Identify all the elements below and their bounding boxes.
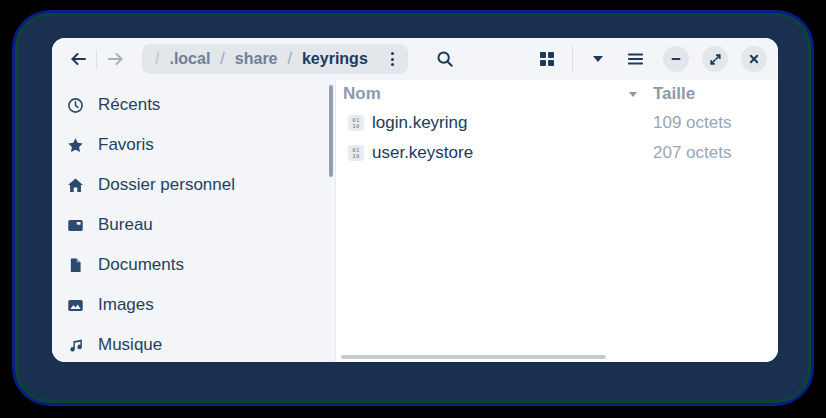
sidebar-item-recents[interactable]: Récents xyxy=(52,85,335,125)
sidebar-item-desktop[interactable]: Bureau xyxy=(52,205,335,245)
sort-caret-icon xyxy=(629,92,637,97)
kebab-vertical-icon xyxy=(391,52,394,55)
breadcrumb-segment-share[interactable]: share xyxy=(235,50,278,68)
sidebar-item-music[interactable]: Musique xyxy=(52,325,335,362)
home-icon xyxy=(65,177,85,194)
binary-file-icon: 01 10 xyxy=(348,145,364,161)
music-note-icon xyxy=(65,337,85,354)
close-icon xyxy=(748,53,760,65)
file-size: 207 octets xyxy=(653,143,778,163)
expand-diagonal-icon xyxy=(709,53,722,66)
file-list-pane: Nom Taille 01 10 login.keyring 109 octet… xyxy=(335,80,778,362)
sidebar-item-favorites[interactable]: Favoris xyxy=(52,125,335,165)
sidebar-item-home[interactable]: Dossier personnel xyxy=(52,165,335,205)
path-options-button[interactable] xyxy=(382,46,404,72)
breadcrumb-segment-local[interactable]: .local xyxy=(169,50,210,68)
file-name: user.keystore xyxy=(372,143,653,163)
star-icon xyxy=(65,137,85,154)
hamburger-icon xyxy=(627,52,644,66)
image-icon xyxy=(65,297,85,314)
minimize-button[interactable] xyxy=(663,46,689,72)
document-icon xyxy=(65,257,85,274)
close-button[interactable] xyxy=(741,46,767,72)
main-menu-button[interactable] xyxy=(620,44,650,74)
forward-button[interactable] xyxy=(100,44,130,74)
file-manager-window: / .local / share / keyrings xyxy=(52,38,778,362)
titlebar: / .local / share / keyrings xyxy=(52,38,778,80)
view-separator xyxy=(572,46,573,72)
search-icon xyxy=(436,50,454,68)
sidebar: Récents Favoris Dossier personnel xyxy=(52,80,335,362)
column-header-name[interactable]: Nom xyxy=(343,84,653,104)
breadcrumb-separator: / xyxy=(220,50,224,68)
breadcrumb-separator: / xyxy=(288,50,292,68)
caret-down-icon xyxy=(593,56,603,62)
sidebar-item-label: Favoris xyxy=(98,135,154,155)
file-row-login-keyring[interactable]: 01 10 login.keyring 109 octets xyxy=(336,108,778,138)
arrow-right-icon xyxy=(106,51,125,67)
sidebar-item-label: Documents xyxy=(98,255,184,275)
sidebar-item-label: Images xyxy=(98,295,154,315)
maximize-button[interactable] xyxy=(702,46,728,72)
column-header-size[interactable]: Taille xyxy=(653,84,778,104)
minimize-icon xyxy=(670,53,682,65)
sidebar-item-label: Bureau xyxy=(98,215,153,235)
toolbar-right-cluster xyxy=(532,44,767,74)
sidebar-item-documents[interactable]: Documents xyxy=(52,245,335,285)
view-options-button[interactable] xyxy=(583,44,613,74)
breadcrumb: / .local / share / keyrings xyxy=(142,44,408,74)
sidebar-item-label: Musique xyxy=(98,335,162,355)
list-header: Nom Taille xyxy=(336,80,778,108)
back-button[interactable] xyxy=(63,44,93,74)
column-name-label: Nom xyxy=(343,84,381,104)
file-size: 109 octets xyxy=(653,113,778,133)
sidebar-scrollbar[interactable] xyxy=(329,85,333,177)
sidebar-item-label: Dossier personnel xyxy=(98,175,235,195)
breadcrumb-root-slash: / xyxy=(155,50,159,68)
search-button[interactable] xyxy=(430,44,460,74)
clock-icon xyxy=(65,97,85,114)
sidebar-item-pictures[interactable]: Images xyxy=(52,285,335,325)
window-body: Récents Favoris Dossier personnel xyxy=(52,80,778,362)
breadcrumb-segment-current[interactable]: keyrings xyxy=(302,50,368,68)
arrow-left-icon xyxy=(69,51,88,67)
column-size-label: Taille xyxy=(653,84,695,103)
grid-view-icon xyxy=(539,51,555,67)
sidebar-item-label: Récents xyxy=(98,95,160,115)
file-name: login.keyring xyxy=(372,113,653,133)
nav-separator xyxy=(96,50,97,68)
binary-file-icon: 01 10 xyxy=(348,115,364,131)
file-row-user-keystore[interactable]: 01 10 user.keystore 207 octets xyxy=(336,138,778,168)
grid-view-button[interactable] xyxy=(532,44,562,74)
desktop-icon xyxy=(65,217,85,234)
horizontal-scrollbar[interactable] xyxy=(341,355,606,359)
